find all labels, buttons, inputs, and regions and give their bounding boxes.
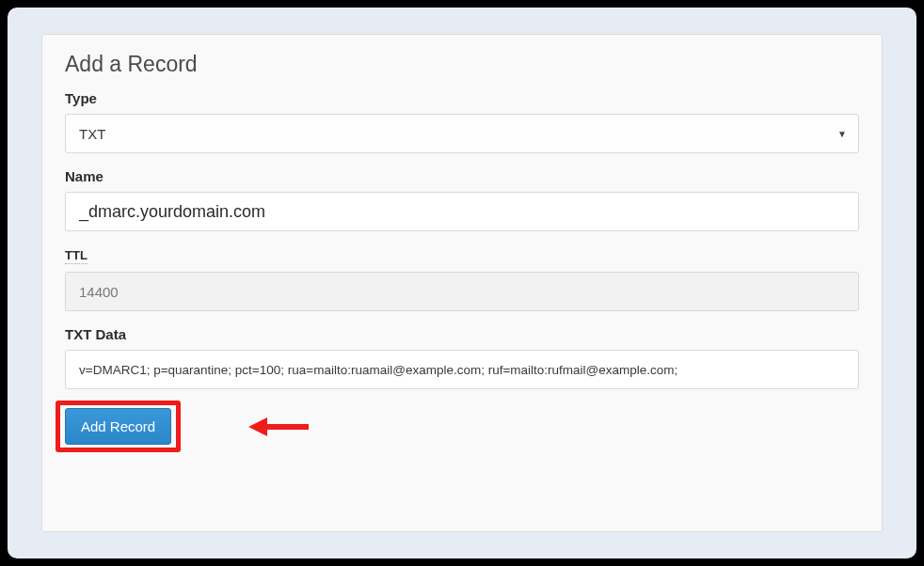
type-label: Type xyxy=(65,90,859,106)
txt-data-input[interactable] xyxy=(65,350,859,389)
form-group-type: Type TXT ▼ xyxy=(65,90,859,153)
type-select[interactable]: TXT ▼ xyxy=(65,114,859,153)
txt-data-label: TXT Data xyxy=(65,326,859,342)
name-input[interactable] xyxy=(65,192,859,231)
add-record-panel: Add a Record Type TXT ▼ Name TTL TXT Dat… xyxy=(41,34,883,532)
form-group-name: Name xyxy=(65,168,859,231)
chevron-down-icon: ▼ xyxy=(837,129,847,139)
arrow-left-icon xyxy=(248,415,309,439)
panel-title: Add a Record xyxy=(65,52,859,77)
svg-marker-1 xyxy=(248,417,267,436)
add-record-button[interactable]: Add Record xyxy=(65,408,171,445)
type-select-value: TXT xyxy=(79,126,105,142)
ttl-label: TTL xyxy=(65,248,88,264)
name-label: Name xyxy=(65,168,859,184)
form-group-ttl: TTL xyxy=(65,246,859,311)
form-group-txt-data: TXT Data xyxy=(65,326,859,389)
add-record-button-wrap: Add Record xyxy=(65,408,171,445)
ttl-input[interactable] xyxy=(65,272,859,311)
